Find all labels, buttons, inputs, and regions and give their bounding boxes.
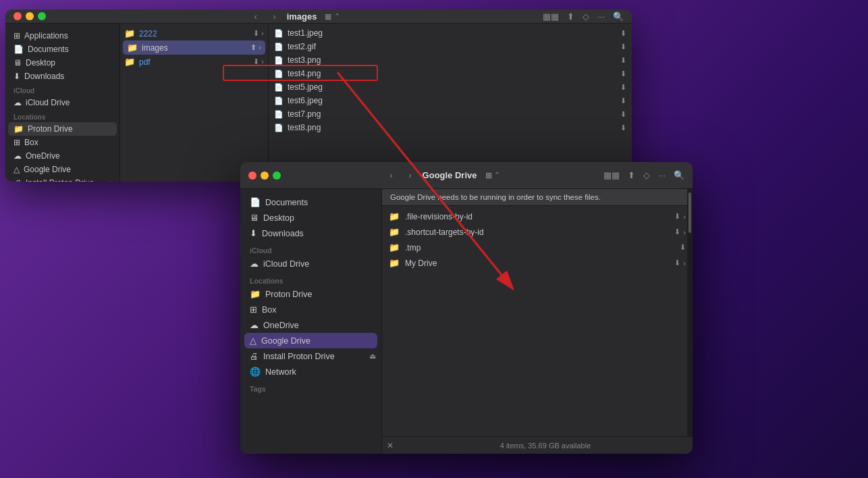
grid-icon-front[interactable]: ▦▦ (603, 170, 620, 180)
proton-drive-icon: 📁 (13, 124, 24, 134)
back-button-bg[interactable]: ‹ (249, 9, 263, 23)
file-test1[interactable]: 📄 test1.jpeg ⬇ (269, 26, 632, 40)
window-title-front: Google Drive (423, 170, 477, 180)
titlebar-front: ‹ › Google Drive ▦ ⌃ ▦▦ ⬆ ◇ ··· 🔍 (240, 162, 693, 189)
locations-section-bg: Locations (5, 109, 119, 122)
box-icon: ⊞ (13, 138, 20, 147)
sf-box-icon: ⊞ (250, 304, 257, 315)
download-icon-3[interactable]: ⬇ (680, 243, 686, 252)
sidebar-item-install-proton[interactable]: 🖨 Install Proton Drive ⏏ (5, 176, 119, 182)
chevron-icon-2[interactable]: › (683, 228, 686, 236)
close-button-bg[interactable] (13, 12, 22, 20)
sf-gdrive-icon: △ (250, 336, 256, 346)
sf-icloud-section: iCloud (240, 241, 381, 256)
back-button-front[interactable]: ‹ (385, 169, 398, 182)
action-icon-bg[interactable]: ⬆ (567, 11, 574, 22)
maximize-button-front[interactable] (273, 171, 281, 180)
sidebar-item-box[interactable]: ⊞ Box (5, 136, 119, 149)
close-statusbar-icon[interactable]: ✕ (382, 441, 398, 450)
download-icon-2[interactable]: ⬇ (674, 228, 680, 236)
install-proton-icon: 🖨 (13, 178, 22, 182)
applications-icon: ⊞ (13, 31, 20, 41)
gd-item-tmp[interactable]: 📁 .tmp ⬇ (382, 240, 693, 255)
folder-2222[interactable]: 📁 2222 ⬇ › (120, 26, 268, 41)
share-icon-bg[interactable]: ▦▦ (543, 11, 559, 22)
sf-item-onedrive[interactable]: ☁ OneDrive (240, 317, 381, 333)
sf-item-downloads[interactable]: ⬇ Downloads (240, 225, 381, 241)
window-title-bg: images (287, 11, 317, 22)
gd-files-list: 📁 .file-revisions-by-id ⬇ › 📁 .shortcut-… (382, 206, 693, 273)
chevron-icon-4[interactable]: › (683, 259, 686, 267)
sf-item-install-proton[interactable]: 🖨 Install Proton Drive ⏏ (240, 348, 381, 364)
file-test3[interactable]: 📄 test3.png ⬇ (269, 53, 632, 67)
sidebar-item-icloud-drive[interactable]: ☁ iCloud Drive (5, 96, 119, 109)
sf-install-icon: 🖨 (250, 351, 259, 361)
sf-downloads-icon: ⬇ (250, 228, 257, 238)
sidebar-item-proton-drive[interactable]: 📁 Proton Drive (8, 122, 117, 136)
sf-item-box[interactable]: ⊞ Box (240, 302, 381, 317)
download-icon-1[interactable]: ⬇ (674, 212, 680, 221)
sf-item-desktop[interactable]: 🖥 Desktop (240, 210, 381, 225)
minimize-button-front[interactable] (261, 171, 269, 180)
search-icon-front[interactable]: 🔍 (674, 170, 684, 180)
main-pane-front: Google Drive needs to be running in orde… (382, 189, 693, 454)
status-text: 4 items, 35.69 GB available (398, 442, 693, 450)
tag-icon-front[interactable]: ◇ (643, 170, 650, 180)
sidebar-item-google-drive[interactable]: △ Google Drive (5, 163, 119, 176)
file-test4[interactable]: 📄 test4.png ⬇ (269, 67, 632, 80)
icloud-section-bg: iCloud (5, 83, 119, 96)
sf-item-network[interactable]: 🌐 Network (240, 364, 381, 379)
icloud-icon: ☁ (13, 98, 22, 107)
sf-item-documents[interactable]: 📄 Documents (240, 194, 381, 210)
sf-item-google-drive[interactable]: △ Google Drive (244, 333, 377, 348)
sidebar-bg: ⊞ Applications 📄 Documents 🖥 Desktop ⬇ D… (5, 24, 120, 182)
folders-column-bg: 📁 2222 ⬇ › 📁 images ⬆ › 📁 pdf ⬇ › (120, 24, 269, 182)
sf-onedrive-icon: ☁ (250, 320, 259, 330)
file-test6[interactable]: 📄 test6.jpeg ⬇ (269, 94, 632, 107)
folder-images[interactable]: 📁 images ⬆ › (123, 41, 265, 55)
file-test2[interactable]: 📄 test2.gif ⬇ (269, 40, 632, 53)
sidebar-item-applications[interactable]: ⊞ Applications (5, 29, 119, 43)
google-drive-warning: Google Drive needs to be running in orde… (382, 189, 693, 206)
sidebar-item-desktop[interactable]: 🖥 Desktop (5, 56, 119, 70)
minimize-button-bg[interactable] (26, 12, 34, 20)
gd-item-shortcut-targets[interactable]: 📁 .shortcut-targets-by-id ⬇ › (382, 224, 693, 240)
share-icon-front[interactable]: ⬆ (628, 170, 635, 180)
scrollbar-thumb[interactable] (688, 192, 691, 233)
statusbar-front: ✕ 4 items, 35.69 GB available (382, 436, 693, 454)
file-test5[interactable]: 📄 test5.jpeg ⬇ (269, 80, 632, 94)
sf-documents-icon: 📄 (250, 197, 261, 207)
sidebar-item-downloads[interactable]: ⬇ Downloads (5, 70, 119, 83)
desktop-icon: 🖥 (13, 58, 22, 68)
file-test7[interactable]: 📄 test7.png ⬇ (269, 107, 632, 121)
more-icon-front[interactable]: ··· (658, 170, 666, 180)
sf-icloud-icon: ☁ (250, 259, 259, 269)
documents-icon: 📄 (13, 45, 24, 54)
forward-button-bg[interactable]: › (268, 9, 281, 23)
maximize-button-bg[interactable] (38, 12, 46, 20)
sf-tags-section: Tags (240, 379, 381, 394)
file-test8[interactable]: 📄 test8.png ⬇ (269, 121, 632, 134)
close-button-front[interactable] (248, 171, 256, 180)
tag-icon-bg[interactable]: ◇ (582, 11, 589, 22)
folder-pdf[interactable]: 📁 pdf ⬇ › (120, 55, 268, 69)
finder-background-window: ‹ › images ▦ ⌃ ▦▦ ⬆ ◇ ··· 🔍 ⊞ Applicatio… (5, 9, 632, 182)
finder-front-window: ‹ › Google Drive ▦ ⌃ ▦▦ ⬆ ◇ ··· 🔍 📄 Docu… (240, 162, 693, 454)
chevron-icon-1[interactable]: › (683, 213, 686, 221)
sf-eject-icon[interactable]: ⏏ (369, 352, 376, 361)
sidebar-item-onedrive[interactable]: ☁ OneDrive (5, 149, 119, 163)
more-icon-bg[interactable]: ··· (597, 11, 605, 22)
files-column-bg: 📄 test1.jpeg ⬇ 📄 test2.gif ⬇ 📄 test3.png… (269, 24, 632, 182)
sf-network-icon: 🌐 (250, 367, 261, 377)
gd-item-my-drive[interactable]: 📁 My Drive ⬇ › (382, 255, 693, 271)
sidebar-item-documents[interactable]: 📄 Documents (5, 43, 119, 56)
sidebar-front: 📄 Documents 🖥 Desktop ⬇ Downloads iCloud… (240, 189, 382, 454)
sf-locations-section: Locations (240, 271, 381, 286)
sf-item-icloud[interactable]: ☁ iCloud Drive (240, 256, 381, 271)
sf-item-proton-drive[interactable]: 📁 Proton Drive (240, 286, 381, 302)
eject-icon-bg[interactable]: ⏏ (107, 179, 114, 182)
gd-item-file-revisions[interactable]: 📁 .file-revisions-by-id ⬇ › (382, 209, 693, 224)
download-icon-4[interactable]: ⬇ (674, 259, 680, 267)
search-icon-bg[interactable]: 🔍 (613, 11, 624, 22)
forward-button-front[interactable]: › (404, 169, 417, 182)
